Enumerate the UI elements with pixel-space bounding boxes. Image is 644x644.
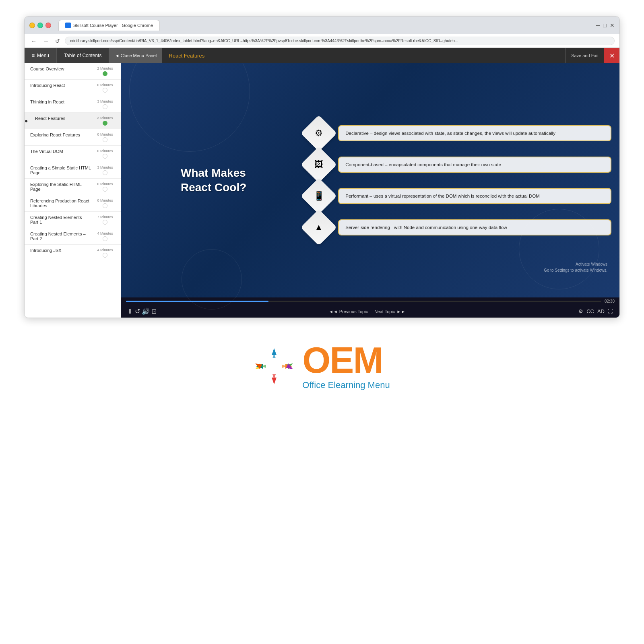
sidebar-item[interactable]: The Virtual DOM0 Minutes (25, 146, 121, 162)
video-area: What Makes React Cool? ⚙Declarative – de… (121, 63, 619, 318)
sidebar-item-status (103, 121, 107, 126)
cc-icon[interactable]: CC (585, 308, 596, 315)
volume-button[interactable]: 🔊 (141, 307, 151, 316)
close-player-button[interactable]: ✕ (604, 48, 619, 63)
time-display: 02:30 (605, 299, 615, 303)
save-exit-button[interactable]: Save and Exit (565, 48, 604, 63)
progress-bar[interactable] (126, 301, 601, 302)
feature-text: Declarative – design views associated wi… (338, 125, 611, 141)
sidebar-item-duration: 0 Minutes (97, 198, 113, 202)
fullscreen-icon[interactable]: ⛶ (606, 308, 615, 315)
reload-button[interactable]: ↺ (54, 37, 62, 45)
feature-diamond-icon: ▲ (301, 209, 337, 246)
feature-text: Server-side rendering - with Node and co… (338, 219, 611, 235)
sidebar-item[interactable]: Thinking in React3 Minutes (25, 96, 121, 113)
feature-icon: 🖼 (314, 159, 323, 170)
sidebar-item[interactable]: Introducing React0 Minutes (25, 80, 121, 96)
topic-title: React Features (162, 53, 565, 59)
prev-topic-label: Previous Topic (339, 309, 368, 314)
sidebar-item-duration: 3 Minutes (97, 165, 113, 169)
sidebar-item-duration: 4 Minutes (97, 248, 113, 252)
sidebar-item-status (103, 71, 107, 76)
toc-label: Table of Contents (64, 53, 101, 58)
sidebar-item-duration: 0 Minutes (97, 132, 113, 136)
progress-bar-section[interactable]: 02:30 (121, 297, 619, 305)
sidebar-item[interactable]: Creating Nested Elements – Part 17 Minut… (25, 212, 121, 228)
sidebar-item-title: Creating Nested Elements – Part 1 (30, 215, 92, 225)
feature-diamond-icon: 🖼 (301, 147, 337, 183)
close-menu-panel-button[interactable]: ◄ Close Menu Panel (109, 48, 162, 63)
feature-icon: ▲ (314, 222, 323, 233)
settings-icon[interactable]: ⚙ (577, 308, 585, 315)
sidebar-item-title: Thinking in React (30, 99, 92, 104)
menu-button[interactable]: ≡ Menu (25, 48, 57, 63)
slide-features: ⚙Declarative – design views associated w… (298, 120, 611, 240)
sidebar-item-status (103, 170, 107, 175)
forward-button[interactable]: → (41, 37, 50, 45)
feature-row: ⚙Declarative – design views associated w… (306, 120, 611, 146)
sidebar-item[interactable]: Referencing Production React Libraries0 … (25, 195, 121, 212)
toc-button[interactable]: Table of Contents (57, 48, 109, 63)
progress-fill (126, 301, 268, 302)
back-button[interactable]: ← (29, 37, 38, 45)
feature-text: Performant – uses a virtual representati… (338, 188, 611, 204)
sidebar-item[interactable]: Introducing JSX4 Minutes (25, 245, 121, 261)
sidebar-item-title: Creating Nested Elements – Part 2 (30, 231, 92, 241)
sidebar-item-title: Introducing JSX (30, 248, 92, 253)
sidebar-item[interactable]: Exploring React Features0 Minutes (25, 129, 121, 146)
sidebar-item-duration: 7 Minutes (97, 215, 113, 219)
sidebar-item[interactable]: ●React Features3 Minutes (25, 113, 121, 129)
browser-titlebar: Skillsoft Course Player - Google Chrome … (25, 17, 619, 34)
window-close-icon[interactable]: ✕ (610, 22, 615, 29)
close-button[interactable] (45, 23, 51, 28)
oem-text-area: OEM Office Elearning Menu (302, 342, 390, 390)
sidebar-item[interactable]: Exploring the Static HTML Page0 Minutes (25, 179, 121, 195)
oem-main-text: OEM (302, 342, 390, 378)
sidebar-item-title: Course Overview (30, 66, 92, 71)
close-menu-panel-label: ◄ Close Menu Panel (115, 53, 157, 58)
sidebar-item-status (103, 187, 107, 192)
sidebar-item[interactable]: Course Overview2 Minutes (25, 63, 121, 80)
window-restore-icon[interactable]: □ (603, 22, 607, 29)
sidebar-item-duration: 2 Minutes (97, 66, 113, 70)
sidebar-item-duration: 3 Minutes (97, 99, 113, 103)
window-controls (29, 23, 51, 28)
save-exit-label: Save and Exit (571, 53, 599, 58)
sidebar-item-status (103, 203, 107, 208)
feature-row: ▲Server-side rendering - with Node and c… (306, 215, 611, 240)
close-x-icon: ✕ (609, 52, 615, 60)
sidebar-item-status (103, 137, 107, 142)
oem-logo-graphic (254, 346, 294, 386)
play-pause-button[interactable]: ⏸ (126, 307, 134, 316)
hamburger-icon: ≡ (32, 53, 35, 58)
sidebar-item-duration: 0 Minutes (97, 149, 113, 153)
address-bar[interactable] (65, 37, 615, 45)
sidebar-item-status (103, 88, 107, 93)
next-topic-icon: ►► (396, 309, 405, 314)
window-minimize-icon[interactable]: ─ (596, 22, 600, 29)
browser-addressbar: ← → ↺ (25, 34, 619, 48)
sidebar-item-status (103, 104, 107, 109)
captions-button[interactable]: ⊡ (151, 307, 157, 316)
browser-tab[interactable]: Skillsoft Course Player - Google Chrome (58, 20, 160, 31)
prev-topic-button[interactable]: ◄◄ Previous Topic (329, 309, 368, 314)
restore-button[interactable] (37, 23, 43, 28)
sidebar-item-duration: 3 Minutes (97, 116, 113, 120)
sidebar[interactable]: Course Overview2 MinutesIntroducing Reac… (25, 63, 121, 318)
next-topic-button[interactable]: Next Topic ►► (374, 309, 405, 314)
sidebar-item-duration: 4 Minutes (97, 231, 113, 235)
ad-icon[interactable]: AD (596, 308, 606, 315)
minimize-button[interactable] (29, 23, 35, 28)
sidebar-item[interactable]: Creating a Simple Static HTML Page3 Minu… (25, 162, 121, 179)
slide-left: What Makes React Cool? (129, 166, 298, 195)
sidebar-item[interactable]: Creating Nested Elements – Part 24 Minut… (25, 228, 121, 245)
rewind-button[interactable]: ↺ (134, 307, 141, 316)
slide-content: What Makes React Cool? ⚙Declarative – de… (121, 63, 619, 297)
feature-icon: ⚙ (315, 128, 323, 138)
prev-topic-icon: ◄◄ (329, 309, 338, 314)
oem-sub-text: Office Elearning Menu (302, 380, 390, 390)
activate-windows-watermark: Activate Windows Go to Settings to activ… (544, 261, 607, 273)
menu-label: Menu (37, 53, 49, 58)
tab-label: Skillsoft Course Player - Google Chrome (73, 23, 153, 28)
sidebar-item-duration: 0 Minutes (97, 83, 113, 87)
